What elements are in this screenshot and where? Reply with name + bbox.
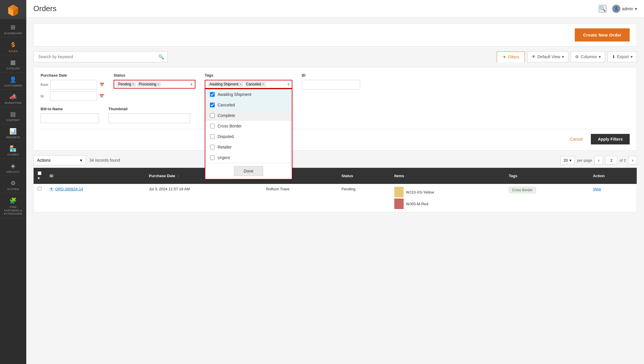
col-header-id[interactable]: ID — [46, 168, 145, 184]
checkbox-awaiting-shipment[interactable] — [210, 92, 215, 97]
columns-button[interactable]: ⚙ Columns ▾ — [571, 51, 605, 62]
bill-to-name-input[interactable] — [41, 113, 99, 123]
thumbnail-input[interactable] — [108, 113, 190, 123]
col-items-label: Items — [394, 174, 404, 178]
col-header-items[interactable]: Items — [390, 168, 505, 184]
per-page-arrow: ▾ — [570, 158, 572, 163]
tags-filter: Tags Awaiting Shipment × Canceled × ▾ — [205, 73, 292, 89]
apply-filters-button[interactable]: Apply Filters — [591, 134, 630, 144]
actions-select[interactable]: Actions ▾ — [33, 155, 86, 165]
admin-name: admin — [622, 6, 633, 11]
id-label: ID — [302, 73, 360, 77]
orders-table: ▾ ID Purchase Date ↑ Bill-to Name Status — [33, 168, 637, 212]
row-checkbox[interactable] — [38, 187, 41, 191]
sidebar-item-customers[interactable]: 👤 CUSTOMERS — [0, 73, 26, 90]
date-from-input[interactable] — [51, 80, 97, 89]
per-page-select[interactable]: 20 ▾ — [560, 156, 575, 165]
select-all-checkbox[interactable] — [38, 171, 41, 175]
row-items-cell: WJ10-XS-Yellow WJ05-M-Red — [390, 184, 505, 212]
search-input[interactable] — [33, 51, 168, 62]
col-tags-label: Tags — [509, 174, 517, 178]
prev-page-button[interactable]: ‹ — [594, 156, 603, 165]
remove-pending-tag[interactable]: × — [132, 82, 134, 86]
default-view-button[interactable]: 👁 Default View ▾ — [527, 51, 568, 62]
select-all-dropdown-icon[interactable]: ▾ — [38, 176, 40, 180]
calendar-from-icon[interactable]: 📅 — [100, 82, 104, 87]
admin-menu[interactable]: 👤 admin ▾ — [612, 5, 637, 13]
cancel-filters-button[interactable]: Cancel — [565, 134, 588, 144]
item-row-1: WJ05-M-Red — [394, 199, 501, 209]
checkbox-cross-border[interactable] — [210, 124, 215, 128]
tag-canceled: Canceled × — [244, 82, 266, 87]
remove-canceled-tag[interactable]: × — [262, 82, 264, 86]
search-submit-button[interactable]: 🔍 — [158, 54, 164, 60]
status-dropdown-arrow[interactable]: ▾ — [190, 82, 192, 87]
dropdown-option-canceled[interactable]: Canceled — [205, 100, 292, 110]
filters-button[interactable]: ▼ Filters — [497, 51, 525, 62]
sidebar-item-reports[interactable]: 📊 REPORTS — [0, 124, 26, 142]
checkbox-complete[interactable] — [210, 113, 215, 118]
tags-dropdown-arrow[interactable]: ▾ — [287, 82, 289, 87]
sidebar-item-label: REPORTS — [6, 136, 20, 139]
dropdown-option-retailer[interactable]: Retailer — [205, 142, 292, 152]
main-content: Orders 🔍 👤 admin ▾ Create New Order 🔍 ▼ — [26, 0, 644, 364]
sidebar: ⊞ DASHBOARD $ SALES ▦ CATALOG 👤 CUSTOMER… — [0, 0, 26, 364]
option-label-awaiting-shipment: Awaiting Shipment — [218, 92, 251, 97]
bill-to-name-value: Rolfson Trace — [266, 187, 289, 191]
sidebar-item-marketing[interactable]: 📣 MARKETING — [0, 90, 26, 107]
sidebar-item-content[interactable]: ▤ CONTENT — [0, 107, 26, 124]
status-tag-processing: Processing × — [137, 82, 161, 87]
topbar-right: 🔍 👤 admin ▾ — [599, 5, 637, 13]
table-toolbar: Actions ▾ 34 records found 20 ▾ per page… — [33, 155, 637, 165]
dropdown-option-urgent[interactable]: Urgent — [205, 152, 292, 163]
export-button[interactable]: ⬇ Export ▾ — [607, 51, 637, 62]
id-input[interactable] — [302, 80, 360, 89]
sidebar-item-sales[interactable]: $ SALES — [0, 37, 26, 55]
col-status-label: Status — [341, 174, 353, 178]
date-to-row: to 📅 — [41, 91, 104, 101]
dropdown-option-awaiting-shipment[interactable]: Awaiting Shipment — [205, 89, 292, 100]
sidebar-item-catalog[interactable]: ▦ CATALOG — [0, 55, 26, 73]
dropdown-option-cross-border[interactable]: Cross Border — [205, 121, 292, 131]
sidebar-logo[interactable] — [0, 0, 26, 19]
content-icon: ▤ — [10, 111, 16, 118]
checkbox-retailer[interactable] — [210, 145, 215, 149]
item-name-0: WJ10-XS-Yellow — [406, 190, 434, 194]
sidebar-item-label: MARKETING — [5, 101, 22, 104]
sidebar-item-dashboard[interactable]: ⊞ DASHBOARD — [0, 20, 26, 37]
default-view-label: Default View — [537, 54, 560, 59]
dropdown-option-disputed[interactable]: Disputed — [205, 131, 292, 142]
table-header-row: ▾ ID Purchase Date ↑ Bill-to Name Status — [34, 168, 637, 184]
col-header-tags[interactable]: Tags — [505, 168, 589, 184]
sidebar-item-partners[interactable]: 🧩 FIND PARTNERS & EXTENSIONS — [0, 193, 26, 218]
sidebar-item-system[interactable]: ⚙ SYSTEM — [0, 176, 26, 193]
sales-icon: $ — [11, 41, 15, 49]
done-button[interactable]: Done — [234, 166, 263, 176]
remove-processing-tag[interactable]: × — [157, 82, 159, 86]
date-to-input[interactable] — [50, 91, 97, 101]
col-header-status[interactable]: Status — [337, 168, 390, 184]
checkbox-urgent[interactable] — [210, 155, 215, 160]
item-thumb-1 — [394, 199, 404, 209]
order-id-link[interactable]: 👁 ORD-280824-14 — [50, 187, 141, 191]
sidebar-item-label: FIND PARTNERS & EXTENSIONS — [2, 206, 25, 216]
dropdown-option-complete[interactable]: Complete — [205, 110, 292, 121]
current-page-input[interactable] — [605, 156, 617, 165]
export-dropdown-icon: ▾ — [631, 54, 633, 59]
item-row-0: WJ10-XS-Yellow — [394, 187, 501, 197]
sidebar-item-stores[interactable]: 🏪 STORES — [0, 142, 26, 159]
view-order-link[interactable]: View — [593, 187, 601, 191]
sidebar-item-mirasvit[interactable]: ◈ MIRASVIT — [0, 159, 26, 176]
checkbox-disputed[interactable] — [210, 134, 215, 139]
status-tag-input[interactable]: Pending × Processing × ▾ — [114, 80, 195, 89]
next-page-button[interactable]: › — [628, 156, 637, 165]
remove-awaiting-tag[interactable]: × — [239, 82, 241, 86]
catalog-icon: ▦ — [10, 59, 16, 66]
status-value: Pending — [341, 187, 355, 191]
tags-tag-input[interactable]: Awaiting Shipment × Canceled × ▾ — [205, 80, 292, 89]
calendar-to-icon[interactable]: 📅 — [99, 94, 104, 98]
topbar-search-button[interactable]: 🔍 — [599, 5, 606, 13]
checkbox-canceled[interactable] — [210, 103, 215, 107]
filter-row-2: Bill-to Name Thumbnail — [41, 107, 630, 123]
create-new-order-button[interactable]: Create New Order — [575, 28, 630, 42]
